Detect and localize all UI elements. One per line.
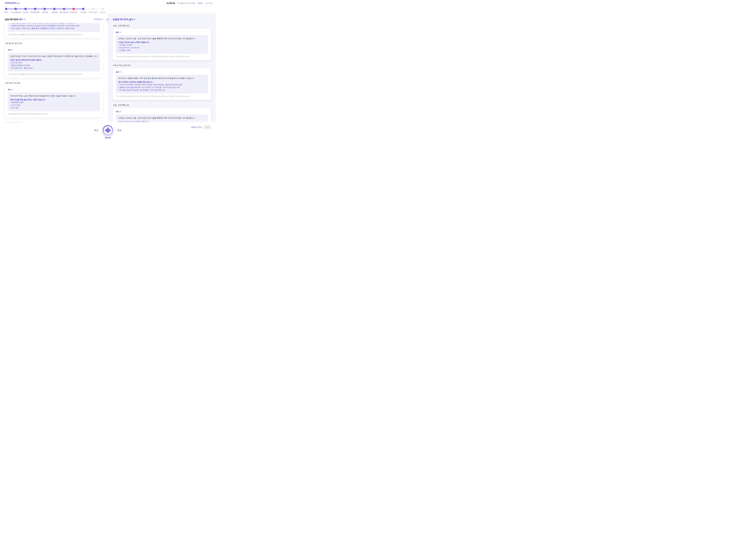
swap-panels-button[interactable] <box>106 18 110 22</box>
sparkle-icon <box>120 111 121 112</box>
brand-logo[interactable]: centurionsay <box>5 1 20 4</box>
step-5[interactable]: 시술 추천 <box>42 8 48 13</box>
step-label: 시술 추천 <box>42 11 48 13</box>
section-title: 피부 탄력 개선 문의 <box>5 82 103 84</box>
message-item: 2. 피코 레이저 + 스킨부스터 <box>118 46 206 49</box>
upsell-agent-name: 솔브 <box>129 18 133 21</box>
agent-card: 솔브고객님이 고민하신 요철 · 모공 개선은 재생 시술을 병행하면 회복 속… <box>113 28 211 60</box>
message-lead: 써마지FLX + 울쎄라 병행 시 피부 깊은 층의 콜라겐 재생과 턱선 리프… <box>118 77 206 80</box>
step-9[interactable]: 가격 안내 <box>80 8 86 13</box>
agent-label: 메디 <box>8 88 100 91</box>
message-highlight: 모공이 넓어진 원인에 따라 반응이 달라요. <box>10 59 98 61</box>
sparkle-icon <box>12 89 13 90</box>
agent-message-bubble: 고객님이 고민하신 요철 · 모공 개선은 재생 시술을 병행하면 회복 속도와… <box>116 35 208 54</box>
step-4[interactable]: 히스토리 확인 <box>30 8 40 13</box>
consult-panel-title-prefix: 상담 에이전트, <box>5 18 19 21</box>
agent-label-text: 메디 <box>8 88 11 91</box>
message-item: • 피부 탄력 저하 · 콜라겐 감소 <box>10 67 98 69</box>
step-2[interactable]: 아이스브레이킹 <box>11 8 21 13</box>
sparkle-icon <box>120 31 121 33</box>
step-label: 첫인사 <box>4 11 8 13</box>
logout-link[interactable]: 로그아웃 <box>206 2 212 4</box>
message-item: 3. 프락셀 + PRP <box>118 49 206 52</box>
step-11[interactable]: 질의응답 <box>100 8 105 13</box>
agent-label: 솔브 <box>116 71 208 73</box>
top-bar: centurionsay 11:00:20 메디솔브에이아이의원 박메디 로그아… <box>0 0 216 6</box>
agent-label-text: 솔브 <box>116 71 119 73</box>
step-6[interactable]: 시술 설명 <box>51 8 58 13</box>
message-item: • 주사 요법 <box>10 106 98 109</box>
step-1[interactable]: 첫인사 <box>4 8 8 13</box>
check-icon <box>25 8 26 9</box>
step-label: 가격 안내 <box>80 11 86 13</box>
check-icon <box>83 8 84 9</box>
consult-panel-title: 상담 에이전트, 메디 <box>5 18 26 21</box>
check-icon <box>54 8 55 9</box>
step-8[interactable]: 부작용 고지 <box>70 8 78 13</box>
sparkle-icon <box>24 18 26 20</box>
upsell-agent-panel: 업셀링 에이전트, 솔브 요철 · 모공 복합 고민솔브고객님이 고민하신 요철… <box>108 14 216 123</box>
mic-visualizer-button[interactable] <box>103 125 113 135</box>
step-10[interactable]: 회원권/업셀링 <box>88 8 98 13</box>
agent-card: 솔브써마지FLX + 울쎄라 병행 시 피부 깊은 층의 콜라겐 재생과 턱선 … <box>113 68 211 100</box>
section-title: 턱라인 처짐, 탄력 저하 <box>113 64 211 67</box>
agent-label-text: 메디 <box>116 110 119 113</box>
step-circle <box>82 8 85 10</box>
message-lead: 고객님이 고민하신 요철 · 모공 개선은 재생 시술을 병행하면 회복 속도와… <box>118 37 206 40</box>
step-circle <box>102 8 104 10</box>
step-circle <box>92 8 94 10</box>
agent-message-bubble: 모공은 단순한 ‘구멍’이 아니라 피부 조직이 늘어나 형태가 변한 상태이기… <box>8 53 100 71</box>
upsell-message-list[interactable]: 요철 · 모공 복합 고민솔브고객님이 고민하신 요철 · 모공 개선은 재생 … <box>108 23 216 123</box>
step-label: 부작용 고지 <box>70 11 78 13</box>
agent-message-bubble: 피부 탄력 저하는 노화나 환경적 요인으로 발생하며, 다양한 시술로 개선할… <box>8 92 100 111</box>
clock: 11:00:20 <box>167 2 175 4</box>
disclaimer-note: *이 추천은 AI 분석 결과를 기반으로 한 참고용 정보이며, 최종 진단 … <box>8 73 100 76</box>
step-label: 히스토리 확인 <box>30 11 40 13</box>
step-7[interactable]: 주의사항 안내 <box>60 8 68 13</box>
upsell-panel-title: 업셀링 에이전트, 솔브 <box>113 18 136 21</box>
message-item: • 스킨 리프팅 <box>10 104 98 106</box>
step-label: 회원권/업셀링 <box>88 11 98 13</box>
audio-waveform-icon <box>105 127 111 134</box>
sparkle-icon <box>134 18 136 20</box>
agent-label: 메디 <box>8 49 100 51</box>
disclaimer-note: *이 추천은 AI 분석 결과를 기반으로 한 참고용 정보이며, 최종 진단 … <box>8 34 100 36</box>
clinic-name: 메디솔브에이아이의원 <box>177 2 195 4</box>
step-label: 질의응답 <box>100 11 105 13</box>
message-item: 2. 울쎄라 (전체 얼굴 180만원 / 턱선 70만원 / 눈가 50만원)… <box>118 86 206 89</box>
message-highlight: 탄력 개선을 위한 옵션으로는 다음이 있습니다. <box>10 98 98 101</box>
call-timer: 10:01 <box>105 136 111 139</box>
message-lead: 모공은 단순한 ‘구멍’이 아니라 피부 조직이 늘어나 형태가 변한 상태이기… <box>10 55 98 58</box>
disclaimer-note: *이 추천은 AI 분석 결과를 기반으로 한 참고용 정보이며, 최종 진단 … <box>116 95 208 98</box>
agent-label: 솔브 <box>116 31 208 34</box>
agent-label-text: 메디 <box>8 49 11 51</box>
message-item: • 재생 시술이나 탄력 보강 시술을 함께 진행했을 때 개선폭이 극대화되는… <box>10 27 98 30</box>
step-label: 고민 파악 <box>22 11 28 13</box>
consult-message-list[interactable]: 메디• 모공이 넓어진 원인에 따라 반응이 다름(피지 과다 분비, 염증 후… <box>0 23 108 123</box>
user-name-link[interactable]: 박메디 <box>198 2 203 4</box>
message-lead: 고객님이 고민하신 요철 · 모공 개선은 재생 시술을 병행하면 회복 속도와… <box>118 116 206 119</box>
message-item: 3. 엑소좀 시술 (1회 35만원 / 3회 90만원) - 피부 재생·탄력… <box>118 89 206 91</box>
swap-arrows-icon <box>107 18 109 21</box>
cancel-button[interactable]: 취소 <box>94 129 99 132</box>
message-item: • 염증 후 유발된 조직 변화 <box>10 64 98 67</box>
end-call-button[interactable]: 종료 <box>117 129 121 132</box>
section-title: 요철 · 모공 복합 고민 <box>113 104 211 106</box>
step-label: 시술 설명 <box>51 11 58 13</box>
consult-agent-panel: 상담 에이전트, 메디 고객 정보 메디• 모공이 넓어진 원인에 따라 반응이… <box>0 14 108 123</box>
step-label: 아이스브레이킹 <box>11 11 21 13</box>
main-content: 상담 에이전트, 메디 고객 정보 메디• 모공이 넓어진 원인에 따라 반응이… <box>0 14 216 123</box>
message-lead: 피부 탄력 저하는 노화나 환경적 요인으로 발생하며, 다양한 시술로 개선할… <box>10 94 98 97</box>
step-3[interactable]: 고민 파악 <box>22 8 28 13</box>
step-label: 주의사항 안내 <box>60 11 68 13</box>
message-item: • 모공이 넓어진 원인에 따라 반응이 다름(피지 과다 분비, 염증 후 유… <box>10 23 98 24</box>
chevron-down-icon <box>102 19 103 20</box>
customer-info-toggle[interactable]: 고객 정보 <box>93 18 103 21</box>
step-circle <box>5 8 7 10</box>
section-title: 요철 · 모공 복합 고민 <box>113 24 211 27</box>
check-icon <box>44 8 45 9</box>
message-item: 1. 프락셀 + 리쥬란 <box>118 44 206 46</box>
app-window: centurionsay 11:00:20 메디솔브에이아이의원 박메디 로그아… <box>0 0 216 140</box>
mic-change-button[interactable]: 변경 <box>204 125 211 129</box>
agent-message-bubble: 써마지FLX + 울쎄라 병행 시 피부 깊은 층의 콜라겐 재생과 턱선 리프… <box>116 75 208 93</box>
